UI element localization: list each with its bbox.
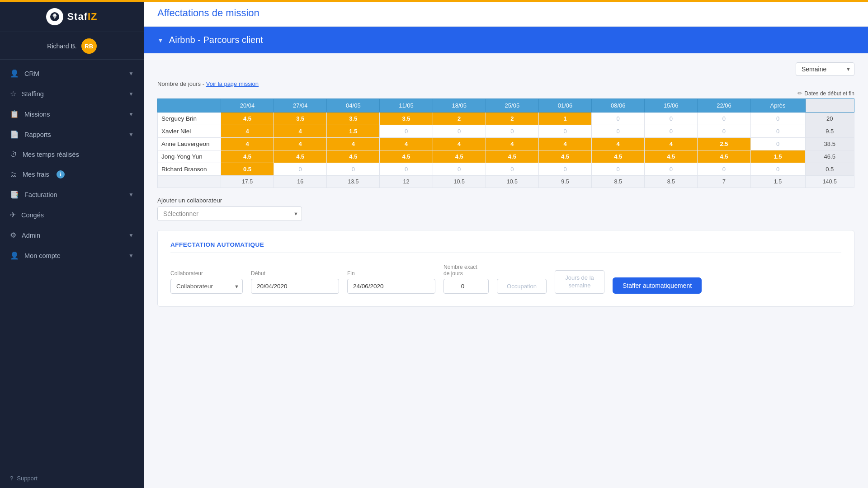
sidebar-item-label: Staffing: [22, 90, 44, 98]
grid-cell[interactable]: 0: [538, 163, 591, 176]
grid-cell[interactable]: 4: [645, 138, 698, 150]
voir-page-mission-link[interactable]: Voir la page mission: [206, 80, 259, 87]
grid-col-header-1: 27/04: [274, 99, 327, 113]
grid-cell[interactable]: 0: [592, 163, 645, 176]
table-row: Anne Lauvergeon4444444442.5038.5: [158, 138, 854, 150]
grid-cell[interactable]: 4: [327, 138, 380, 150]
sidebar-item-label: Facturation: [24, 191, 57, 198]
mission-name: Airbnb - Parcours client: [169, 35, 263, 45]
sidebar-item-rapports[interactable]: 📄 Rapports ▼: [0, 124, 144, 145]
grid-cell[interactable]: 0: [645, 163, 698, 176]
grid-cell[interactable]: 4.5: [274, 150, 327, 163]
auto-staffing-button[interactable]: Staffer automatiquement: [613, 277, 702, 294]
row-name: Jong-Yong Yun: [158, 150, 221, 163]
grid-cell[interactable]: 4: [592, 138, 645, 150]
row-total: 38.5: [805, 138, 854, 150]
grid-cell[interactable]: 3.5: [327, 113, 380, 125]
semaine-select-wrapper[interactable]: Semaine ▼: [796, 62, 854, 76]
grid-cell[interactable]: 4.5: [327, 150, 380, 163]
grid-cell[interactable]: 0: [592, 125, 645, 138]
add-collab-select[interactable]: Sélectionner: [157, 206, 302, 221]
total-col-6: 9.5: [538, 176, 591, 188]
grid-cell[interactable]: 2: [486, 113, 538, 125]
total-col-0: 17.5: [221, 176, 274, 188]
grid-cell[interactable]: 4.5: [538, 150, 591, 163]
grid-cell[interactable]: 1.5: [327, 125, 380, 138]
grid-cell[interactable]: 0: [538, 125, 591, 138]
fin-input[interactable]: [347, 279, 435, 294]
collab-select-wrapper[interactable]: Collaborateur ▼: [170, 279, 243, 294]
grid-cell[interactable]: 0: [698, 125, 750, 138]
grid-cell[interactable]: 4.5: [221, 113, 274, 125]
support-label: Support: [17, 475, 38, 482]
grid-cell[interactable]: 4.5: [380, 150, 433, 163]
grid-cell[interactable]: 0: [592, 113, 645, 125]
grid-cell[interactable]: 0: [433, 125, 486, 138]
grid-col-header-8: 15/06: [645, 99, 698, 113]
sidebar-item-admin[interactable]: ⚙ Admin ▼: [0, 225, 144, 245]
svg-point-2: [53, 14, 56, 16]
grid-cell[interactable]: 0: [645, 125, 698, 138]
grid-cell[interactable]: 4: [380, 138, 433, 150]
sidebar-item-staffing[interactable]: ☆ Staffing ▼: [0, 84, 144, 104]
grid-cell[interactable]: 4: [221, 125, 274, 138]
sidebar-item-crm[interactable]: 👤 CRM ▼: [0, 63, 144, 84]
grid-cell[interactable]: 4: [538, 138, 591, 150]
grid-cell[interactable]: 0: [750, 113, 805, 125]
grid-cell[interactable]: 0: [433, 163, 486, 176]
occupation-placeholder: Occupation: [497, 279, 547, 294]
grid-cell[interactable]: 2.5: [698, 138, 750, 150]
grid-cell[interactable]: 4.5: [486, 150, 538, 163]
page-title: Affectations de mission: [157, 7, 854, 19]
grid-cell[interactable]: 0: [698, 113, 750, 125]
grid-cell[interactable]: 0: [486, 125, 538, 138]
collab-select[interactable]: Collaborateur: [170, 279, 243, 294]
grid-cell[interactable]: 0: [645, 113, 698, 125]
grid-cell[interactable]: 0: [698, 163, 750, 176]
grid-cell[interactable]: 4: [221, 138, 274, 150]
sidebar-item-missions[interactable]: 📋 Missions ▼: [0, 104, 144, 124]
semaine-select[interactable]: Semaine: [796, 62, 854, 76]
grid-cell[interactable]: 2: [433, 113, 486, 125]
nb-jours-exact-input[interactable]: [443, 279, 489, 294]
grid-cell[interactable]: 0: [327, 163, 380, 176]
debut-input[interactable]: [251, 279, 339, 294]
grid-cell[interactable]: 4.5: [433, 150, 486, 163]
occupation-group: Occupation: [497, 277, 547, 294]
grid-cell[interactable]: 0: [274, 163, 327, 176]
sidebar-item-frais[interactable]: 🗂 Mes frais ℹ: [0, 164, 144, 184]
sidebar-item-compte[interactable]: 👤 Mon compte ▼: [0, 245, 144, 266]
grid-cell[interactable]: 0: [380, 163, 433, 176]
compte-arrow-icon: ▼: [128, 253, 134, 259]
grid-cell[interactable]: 4.5: [592, 150, 645, 163]
crm-arrow-icon: ▼: [128, 70, 134, 77]
sidebar-item-temps[interactable]: ⏱ Mes temps réalisés: [0, 145, 144, 164]
grid-cell[interactable]: 1: [538, 113, 591, 125]
grid-cell[interactable]: 4: [274, 138, 327, 150]
fin-label: Fin: [347, 270, 435, 277]
grid-cell[interactable]: 0.5: [221, 163, 274, 176]
debut-label: Début: [251, 270, 339, 277]
grid-cell[interactable]: 3.5: [380, 113, 433, 125]
grid-cell[interactable]: 4: [486, 138, 538, 150]
grid-cell[interactable]: 4.5: [221, 150, 274, 163]
grid-cell[interactable]: 4: [274, 125, 327, 138]
sidebar-item-conges[interactable]: ✈ Congés: [0, 205, 144, 225]
grid-cell[interactable]: 1.5: [750, 150, 805, 163]
grid-cell[interactable]: 0: [750, 138, 805, 150]
grid-cell[interactable]: 4.5: [698, 150, 750, 163]
main-content: Affectations de mission ▼ Airbnb - Parco…: [144, 0, 868, 488]
grid-cell[interactable]: 0: [380, 125, 433, 138]
frais-info-icon: ℹ: [57, 170, 65, 178]
grid-cell[interactable]: 0: [486, 163, 538, 176]
sidebar-item-label: CRM: [24, 70, 39, 77]
grid-cell[interactable]: 4.5: [645, 150, 698, 163]
grid-cell[interactable]: 0: [750, 125, 805, 138]
sidebar-item-facturation[interactable]: 📑 Facturation ▼: [0, 184, 144, 205]
sidebar-support[interactable]: ? Support: [0, 469, 144, 488]
add-collab-select-wrapper[interactable]: Sélectionner ▼: [157, 206, 302, 221]
support-icon: ?: [10, 475, 13, 482]
grid-cell[interactable]: 4: [433, 138, 486, 150]
grid-cell[interactable]: 0: [750, 163, 805, 176]
grid-cell[interactable]: 3.5: [274, 113, 327, 125]
